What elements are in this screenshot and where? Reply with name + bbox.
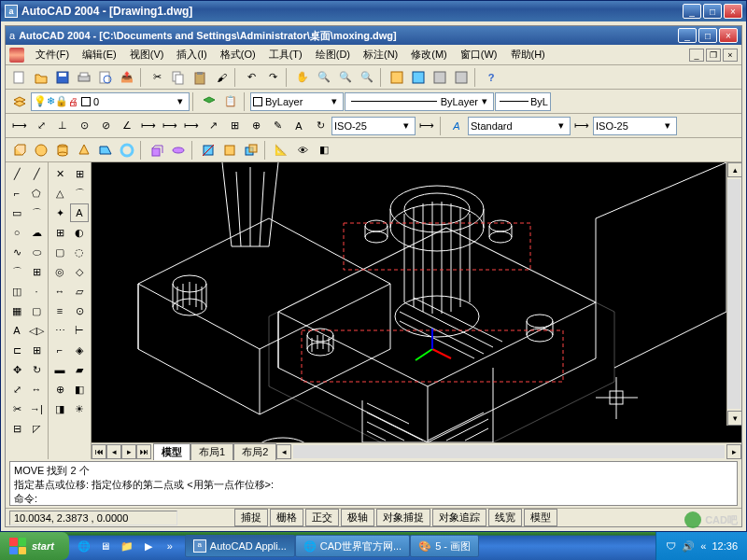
offset-icon[interactable]: ⊏ bbox=[7, 341, 26, 359]
menu-draw[interactable]: 绘图(D) bbox=[310, 46, 356, 63]
tray-more-icon[interactable]: « bbox=[700, 540, 706, 552]
rectangle-icon[interactable]: ▭ bbox=[7, 203, 26, 222]
pline-icon[interactable]: ⌐ bbox=[7, 184, 26, 203]
layer-states-icon[interactable]: 📋 bbox=[220, 91, 241, 112]
zoom-realtime-icon[interactable]: 🔍 bbox=[314, 67, 334, 88]
task-autocad[interactable]: a AutoCAD Appli... bbox=[185, 535, 295, 557]
dimstyle-icon[interactable]: ⟼ bbox=[416, 116, 437, 136]
tab-next-icon[interactable]: ▸ bbox=[121, 444, 136, 459]
ql-more-icon[interactable]: » bbox=[161, 537, 179, 555]
menu-window[interactable]: 窗口(W) bbox=[455, 46, 503, 63]
properties-icon[interactable] bbox=[387, 67, 407, 88]
box-icon[interactable] bbox=[9, 140, 30, 161]
setup-drawing-icon[interactable]: 📐 bbox=[271, 140, 291, 161]
scroll-right-icon[interactable]: ▸ bbox=[726, 444, 741, 459]
solid-icon[interactable]: ▬ bbox=[50, 360, 69, 379]
id-icon[interactable]: ⊙ bbox=[70, 301, 89, 320]
dim-leader-icon[interactable]: ↗ bbox=[203, 116, 223, 136]
menu-help[interactable]: 帮助(H) bbox=[505, 46, 551, 63]
media-icon[interactable]: ▶ bbox=[139, 537, 158, 555]
dropdown-arrow-icon[interactable]: ▾ bbox=[555, 119, 568, 132]
tab-prev-icon[interactable]: ◂ bbox=[106, 444, 121, 459]
array-icon[interactable]: ⊞ bbox=[27, 341, 46, 359]
tab-layout1[interactable]: 布局1 bbox=[190, 443, 233, 460]
polygon-icon[interactable]: ⬠ bbox=[27, 184, 46, 203]
measure-icon[interactable]: ⊢ bbox=[70, 321, 89, 340]
hatch-icon[interactable]: ▦ bbox=[7, 301, 26, 320]
dim-continue-icon[interactable]: ⟼ bbox=[181, 116, 202, 136]
menu-format[interactable]: 格式(O) bbox=[215, 46, 261, 63]
menu-view[interactable]: 视图(V) bbox=[124, 46, 170, 63]
color-combo[interactable]: ByLayer ▾ bbox=[250, 92, 344, 111]
tab-last-icon[interactable]: ⏭ bbox=[136, 444, 151, 459]
toolpalette-icon[interactable] bbox=[430, 67, 450, 88]
revcloud-icon[interactable]: ☁ bbox=[27, 223, 46, 242]
cut-icon[interactable]: ✂ bbox=[147, 67, 167, 88]
donut-icon[interactable]: ◎ bbox=[50, 262, 69, 281]
mirror2-icon[interactable]: △ bbox=[50, 184, 69, 203]
copy-icon[interactable] bbox=[168, 67, 189, 88]
menu-file[interactable]: 文件(F) bbox=[30, 46, 75, 63]
plot-icon[interactable] bbox=[74, 67, 94, 88]
preview-icon[interactable] bbox=[95, 67, 116, 88]
xline-icon[interactable]: ╱ bbox=[27, 164, 46, 183]
dim-center-icon[interactable]: ⊕ bbox=[246, 116, 266, 136]
copy-obj-icon[interactable]: ⊞ bbox=[70, 164, 89, 183]
task-browser[interactable]: 🌐CAD世界官方网... bbox=[295, 535, 410, 557]
move-icon[interactable]: ✥ bbox=[7, 360, 26, 379]
desktop-icon[interactable]: 🖥 bbox=[96, 537, 115, 555]
dim-linear-icon[interactable]: ⟼ bbox=[9, 116, 30, 136]
gradient-icon[interactable]: ◐ bbox=[70, 223, 89, 242]
scroll-up-icon[interactable]: ▴ bbox=[727, 162, 741, 177]
start-button[interactable]: start bbox=[0, 532, 69, 560]
table-icon[interactable]: ⊞ bbox=[50, 223, 69, 242]
hscroll-track[interactable] bbox=[293, 445, 725, 458]
dimstyle2-combo[interactable]: ISO-25 ▾ bbox=[593, 117, 677, 135]
sphere-icon[interactable] bbox=[31, 140, 51, 161]
ucs-icon[interactable]: ⌐ bbox=[50, 341, 69, 359]
dim-tedit-icon[interactable]: A bbox=[289, 116, 309, 136]
dim-baseline-icon[interactable]: ⟼ bbox=[160, 116, 180, 136]
menu-modify[interactable]: 修改(M) bbox=[405, 46, 453, 63]
linetype-combo[interactable]: ByLayer ▾ bbox=[345, 92, 494, 111]
chamfer-icon[interactable]: ◸ bbox=[27, 419, 46, 438]
dropdown-arrow-icon[interactable]: ▾ bbox=[400, 119, 413, 132]
ortho-button[interactable]: 正交 bbox=[305, 509, 339, 526]
dim-radius-icon[interactable]: ⊙ bbox=[74, 116, 94, 136]
undo-icon[interactable]: ↶ bbox=[241, 67, 261, 88]
pface-icon[interactable]: ▰ bbox=[70, 360, 89, 379]
3dorbit-icon[interactable]: ⊕ bbox=[50, 380, 69, 399]
dropdown-arrow-icon[interactable]: ▾ bbox=[174, 95, 187, 107]
close-button[interactable]: × bbox=[724, 4, 742, 19]
inner-close-button[interactable]: × bbox=[719, 28, 738, 43]
dimstyle-combo[interactable]: ISO-25 ▾ bbox=[331, 117, 416, 135]
revolve-icon[interactable] bbox=[168, 140, 189, 161]
lwt-button[interactable]: 线宽 bbox=[488, 509, 522, 526]
mdi-close-button[interactable]: × bbox=[723, 49, 738, 62]
dim-diameter-icon[interactable]: ⊘ bbox=[95, 116, 116, 136]
dim-angular-icon[interactable]: ∠ bbox=[117, 116, 137, 136]
mdi-minimize-button[interactable]: _ bbox=[689, 49, 704, 62]
shade-icon[interactable]: ◨ bbox=[50, 399, 69, 418]
maximize-button[interactable]: □ bbox=[703, 4, 722, 19]
insert-icon[interactable]: ⊞ bbox=[27, 262, 46, 281]
section-icon[interactable] bbox=[219, 140, 240, 161]
vertical-scrollbar[interactable]: ▴ ▾ bbox=[726, 162, 741, 426]
trim-icon[interactable]: ✂ bbox=[7, 399, 26, 418]
menu-edit[interactable]: 编辑(E) bbox=[77, 46, 122, 63]
lineweight-combo[interactable]: ByL bbox=[495, 92, 551, 111]
text-icon[interactable]: A bbox=[7, 321, 26, 340]
3dface-icon[interactable]: ◇ bbox=[70, 262, 89, 281]
mdi-restore-button[interactable]: ❐ bbox=[706, 49, 721, 62]
polar-button[interactable]: 极轴 bbox=[341, 509, 374, 526]
new-icon[interactable] bbox=[9, 67, 30, 88]
spline-icon[interactable]: ∿ bbox=[7, 243, 26, 261]
break-icon[interactable]: ⊟ bbox=[7, 419, 26, 438]
stretch-icon[interactable]: ↔ bbox=[27, 380, 46, 399]
ie-icon[interactable]: 🌐 bbox=[75, 537, 93, 555]
dim-update-icon[interactable]: ↻ bbox=[310, 116, 331, 136]
dimstyle2-icon[interactable]: ⟼ bbox=[571, 116, 592, 136]
divide-icon[interactable]: ⋯ bbox=[50, 321, 69, 340]
dim-tolerance-icon[interactable]: ⊞ bbox=[224, 116, 245, 136]
circle-icon[interactable]: ○ bbox=[7, 223, 26, 242]
